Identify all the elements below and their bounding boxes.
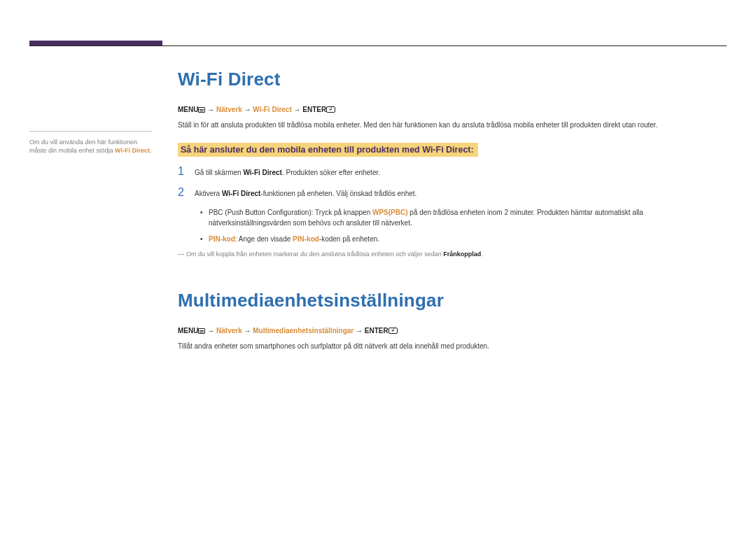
crumb-menu: MENU — [178, 106, 198, 113]
step-text: Gå till skärmen Wi-Fi Direct. Produkten … — [195, 168, 380, 178]
step-text-post: -funktionen på enheten. Välj önskad tråd… — [260, 190, 416, 197]
enter-icon — [326, 106, 335, 113]
crumb-arrow: → — [242, 106, 253, 113]
sidebar-note: Om du vill använda den här funktionen må… — [29, 131, 152, 155]
bullet-pin: PIN-kod: Ange den visade PIN-kod-koden p… — [200, 234, 727, 244]
step-text: Aktivera Wi-Fi Direct-funktionen på enhe… — [195, 189, 416, 199]
steps-list: 1 Gå till skärmen Wi-Fi Direct. Produkte… — [178, 165, 727, 199]
note-text: Om du vill koppla från enheten markerar … — [186, 250, 483, 259]
crumb-arrow: → — [205, 327, 216, 335]
crumb-arrow: → — [354, 327, 365, 335]
crumb-natverk: Nätverk — [216, 327, 242, 335]
menu-icon — [198, 107, 205, 113]
crumb-natverk: Nätverk — [216, 106, 242, 113]
crumb-arrow: → — [292, 106, 303, 113]
crumb-enter: ENTER — [302, 106, 326, 113]
bullet-pbc: PBC (Push Button Configuration): Tryck p… — [200, 207, 727, 228]
sidebar-rule — [29, 131, 152, 132]
note-dash-icon: ― — [178, 250, 186, 259]
note-text-bold: Frånkopplad — [443, 251, 481, 258]
subheading-highlight: Så här ansluter du den mobila enheten ti… — [178, 143, 478, 157]
bullet-text: PBC (Push Button Configuration): Tryck p… — [209, 209, 372, 216]
step-text-bold: Wi-Fi Direct — [222, 190, 260, 197]
crumb-enter: ENTER — [365, 327, 388, 335]
step-text-pre: Aktivera — [195, 190, 222, 197]
breadcrumb-wifi-direct: MENU → Nätverk → Wi-Fi Direct → ENTER — [178, 106, 727, 113]
bullet-keyword: PIN-kod — [293, 235, 319, 243]
enter-icon — [388, 328, 398, 334]
section-multimedia: Multimediaenhetsinställningar MENU → Nät… — [178, 290, 727, 351]
crumb-arrow: → — [242, 327, 253, 335]
step-1: 1 Gå till skärmen Wi-Fi Direct. Produkte… — [178, 165, 727, 178]
intro-text-multimedia: Tillåt andra enheter som smartphones och… — [178, 341, 727, 351]
section-title-multimedia: Multimediaenhetsinställningar — [178, 290, 727, 311]
menu-icon — [198, 328, 205, 334]
crumb-arrow: → — [205, 106, 216, 113]
step-text-post: . Produkten söker efter enheter. — [282, 169, 380, 176]
step-number: 2 — [178, 186, 195, 199]
intro-text: Ställ in för att ansluta produkten till … — [178, 120, 727, 130]
bullet-text: : Ange den visade — [235, 235, 293, 243]
crumb-wifi-direct: Wi-Fi Direct — [253, 106, 291, 113]
bullet-keyword: WPS(PBC) — [372, 209, 408, 216]
step-text-bold: Wi-Fi Direct — [243, 169, 281, 176]
bullet-text: -koden på enheten. — [319, 235, 379, 243]
disconnect-note: ― Om du vill koppla från enheten markera… — [178, 250, 727, 259]
step-text-pre: Gå till skärmen — [195, 169, 243, 176]
step-2: 2 Aktivera Wi-Fi Direct-funktionen på en… — [178, 186, 727, 199]
note-text-post: . — [481, 251, 483, 258]
section-title-wifi-direct: Wi-Fi Direct — [178, 69, 727, 90]
header-rule — [29, 45, 727, 46]
header-accent-bar — [29, 41, 162, 45]
sidebar-note-post: . — [150, 147, 152, 154]
breadcrumb-multimedia: MENU → Nätverk → Multimediaenhetsinställ… — [178, 327, 727, 335]
sidebar-note-keyword: Wi-Fi Direct — [115, 147, 150, 154]
bullet-keyword: PIN-kod — [209, 235, 235, 243]
main-content: Wi-Fi Direct MENU → Nätverk → Wi-Fi Dire… — [178, 69, 727, 364]
step-number: 1 — [178, 165, 195, 178]
note-text-pre: Om du vill koppla från enheten markerar … — [186, 251, 443, 258]
crumb-menu: MENU — [178, 327, 198, 335]
sub-bullet-list: PBC (Push Button Configuration): Tryck p… — [200, 207, 727, 244]
crumb-multimedia: Multimediaenhetsinställningar — [253, 327, 354, 335]
